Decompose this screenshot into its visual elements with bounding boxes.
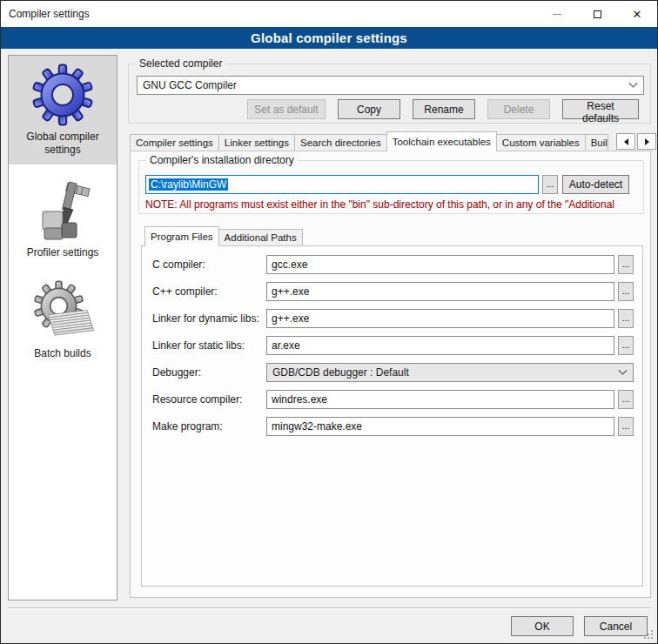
selected-compiler-group: Selected compiler GNU GCC Compiler Set a… bbox=[128, 64, 651, 124]
caption-buttons: ✕ bbox=[537, 1, 657, 27]
delete-button: Delete bbox=[487, 99, 550, 119]
selected-compiler-value: GNU GCC Compiler bbox=[143, 79, 237, 91]
field-row: Make program: ... bbox=[152, 417, 634, 436]
auto-detect-button[interactable]: Auto-detect bbox=[562, 175, 629, 194]
field-row: Linker for dynamic libs: ... bbox=[152, 309, 634, 328]
set-as-default-button: Set as default bbox=[247, 99, 326, 119]
chevron-down-icon bbox=[619, 366, 628, 374]
footer-divider bbox=[8, 607, 650, 608]
reset-defaults-button[interactable]: Reset defaults bbox=[562, 99, 639, 119]
caliper-icon bbox=[31, 178, 94, 242]
sidebar-item-label: Batch builds bbox=[17, 347, 109, 360]
selected-compiler-select[interactable]: GNU GCC Compiler bbox=[137, 76, 644, 95]
group-label: Selected compiler bbox=[136, 57, 225, 70]
sidebar-item-label: Profiler settings bbox=[17, 246, 109, 259]
browse-make-program-button[interactable]: ... bbox=[618, 417, 634, 436]
field-label: Linker for dynamic libs: bbox=[152, 312, 266, 325]
tab-build-options[interactable]: Build options bbox=[585, 134, 608, 151]
tab-scroll-left-button[interactable] bbox=[616, 133, 635, 150]
field-label: Debugger: bbox=[152, 366, 266, 379]
field-row: C++ compiler: ... bbox=[152, 282, 634, 301]
subtab-program-files[interactable]: Program Files bbox=[144, 226, 219, 246]
field-label: Linker for static libs: bbox=[152, 339, 266, 352]
static-linker-input[interactable] bbox=[266, 336, 614, 355]
field-row: Debugger: GDB/CDB debugger : Default bbox=[152, 363, 634, 382]
minimize-icon bbox=[553, 14, 561, 15]
browse-resource-compiler-button[interactable]: ... bbox=[618, 390, 634, 409]
titlebar: Compiler settings ✕ bbox=[1, 1, 657, 27]
maximize-button[interactable] bbox=[577, 1, 617, 27]
tab-scroll-buttons bbox=[616, 133, 656, 150]
copy-button[interactable]: Copy bbox=[338, 99, 400, 119]
batch-builds-icon bbox=[31, 280, 94, 343]
make-program-input[interactable] bbox=[266, 417, 614, 436]
tab-linker-settings[interactable]: Linker settings bbox=[218, 134, 295, 151]
sidebar-item-label: Global compiler settings bbox=[17, 131, 109, 157]
maximize-icon bbox=[594, 10, 601, 18]
resize-grip[interactable] bbox=[651, 637, 653, 639]
close-icon: ✕ bbox=[633, 9, 642, 20]
settings-tabstrip: Compiler settings Linker settings Search… bbox=[130, 131, 615, 151]
settings-category-sidebar: Global compiler settings Profiler settin… bbox=[8, 55, 118, 600]
cpp-compiler-input[interactable] bbox=[266, 282, 614, 301]
sidebar-item-global-compiler-settings[interactable]: Global compiler settings bbox=[9, 56, 117, 164]
group-label: Compiler's installation directory bbox=[146, 154, 298, 167]
field-row: Resource compiler: ... bbox=[152, 390, 634, 409]
bin-subdirectory-note: NOTE: All programs must exist either in … bbox=[145, 198, 640, 211]
browse-c-compiler-button[interactable]: ... bbox=[618, 255, 634, 274]
field-label: C compiler: bbox=[152, 258, 266, 271]
resource-compiler-input[interactable] bbox=[266, 390, 614, 409]
field-label: C++ compiler: bbox=[152, 285, 266, 298]
installation-directory-input[interactable]: C:\raylib\MinGW bbox=[145, 175, 539, 194]
arrow-left-icon bbox=[624, 138, 628, 145]
compiler-settings-window: Compiler settings ✕ Global compiler sett… bbox=[0, 0, 658, 644]
selected-path-text: C:\raylib\MinGW bbox=[149, 178, 228, 191]
browse-dynamic-linker-button[interactable]: ... bbox=[618, 309, 634, 328]
tab-scroll-right-button[interactable] bbox=[637, 133, 656, 150]
rename-button[interactable]: Rename bbox=[413, 99, 475, 119]
tab-search-directories[interactable]: Search directories bbox=[294, 134, 387, 151]
tab-toolchain-executables[interactable]: Toolchain executables bbox=[386, 131, 497, 151]
program-files-panel: C compiler: ... C++ compiler: ... Linker… bbox=[141, 245, 643, 587]
tab-custom-variables[interactable]: Custom variables bbox=[496, 134, 586, 151]
c-compiler-input[interactable] bbox=[266, 255, 614, 274]
program-files-tabstrip: Program Files Additional Paths bbox=[144, 226, 302, 246]
toolchain-executables-panel: Compiler's installation directory C:\ray… bbox=[130, 151, 651, 598]
debugger-value: GDB/CDB debugger : Default bbox=[272, 366, 409, 379]
arrow-right-icon bbox=[645, 138, 649, 145]
browse-static-linker-button[interactable]: ... bbox=[618, 336, 634, 355]
field-row: C compiler: ... bbox=[152, 255, 634, 274]
sidebar-item-profiler-settings[interactable]: Profiler settings bbox=[9, 170, 117, 267]
tab-compiler-settings[interactable]: Compiler settings bbox=[130, 134, 219, 151]
window-title: Compiler settings bbox=[1, 8, 90, 20]
field-row: Linker for static libs: ... bbox=[152, 336, 634, 355]
debugger-select[interactable]: GDB/CDB debugger : Default bbox=[266, 363, 634, 382]
sidebar-item-batch-builds[interactable]: Batch builds bbox=[9, 272, 117, 368]
gear-icon bbox=[31, 64, 94, 126]
chevron-down-icon bbox=[629, 78, 638, 87]
close-button[interactable]: ✕ bbox=[617, 1, 657, 27]
subtab-additional-paths[interactable]: Additional Paths bbox=[218, 229, 303, 246]
dynamic-linker-input[interactable] bbox=[266, 309, 614, 328]
browse-cpp-compiler-button[interactable]: ... bbox=[618, 282, 634, 301]
browse-directory-button[interactable]: ... bbox=[542, 175, 558, 194]
cancel-button[interactable]: Cancel bbox=[584, 616, 648, 636]
field-label: Make program: bbox=[152, 420, 266, 433]
field-label: Resource compiler: bbox=[152, 393, 266, 406]
installation-directory-group: Compiler's installation directory C:\ray… bbox=[138, 160, 644, 214]
page-title: Global compiler settings bbox=[1, 27, 657, 49]
minimize-button[interactable] bbox=[537, 1, 577, 27]
ok-button[interactable]: OK bbox=[511, 616, 574, 636]
